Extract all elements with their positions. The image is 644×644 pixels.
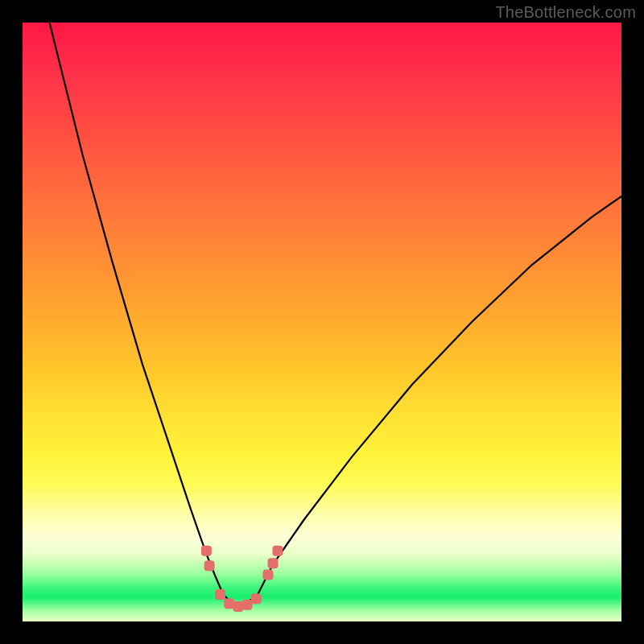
outer-frame: TheBottleneck.com (0, 0, 644, 644)
plot-area (23, 23, 621, 621)
data-marker (204, 560, 215, 571)
data-marker (251, 593, 262, 604)
data-marker (233, 601, 243, 612)
data-marker (268, 558, 279, 568)
data-marker (242, 600, 253, 610)
data-marker (201, 546, 212, 556)
curve-group (50, 23, 622, 606)
curve-right-branch (235, 196, 621, 607)
data-marker (215, 589, 225, 600)
data-marker (272, 546, 283, 556)
data-marker (263, 570, 274, 580)
curve-left-branch (50, 23, 236, 606)
marker-group (201, 546, 283, 612)
watermark-text: TheBottleneck.com (495, 3, 636, 22)
data-marker (224, 598, 234, 609)
curve-svg (23, 23, 621, 621)
